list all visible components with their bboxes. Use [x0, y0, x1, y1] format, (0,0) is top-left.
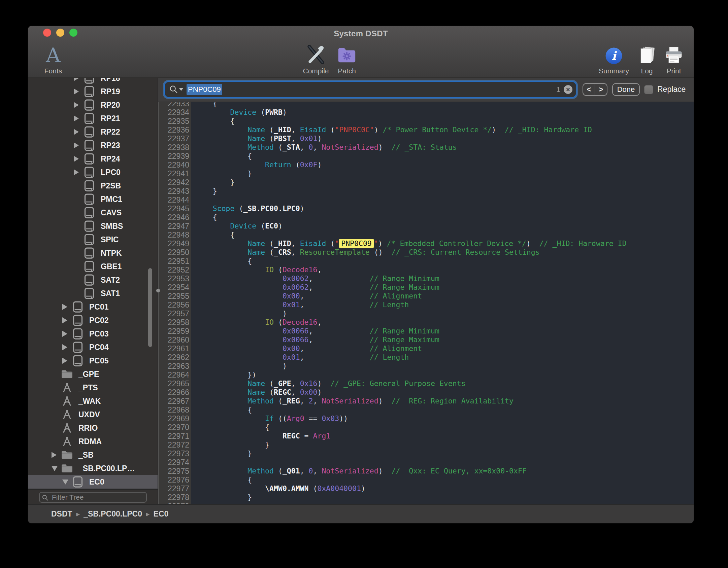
disclosure-triangle-icon[interactable] — [62, 344, 72, 350]
toolbar-patch-button[interactable]: Patch — [325, 42, 369, 75]
tree-item-PC03[interactable]: PC03 — [28, 327, 158, 341]
tree-item-GBE1[interactable]: GBE1 — [28, 260, 158, 273]
code-line: Name (_GPE, 0x16) // _GPE: General Purpo… — [195, 379, 694, 388]
tree-item-label: _WAK — [78, 397, 101, 406]
breadcrumb-item-DSDT[interactable]: DSDT — [51, 509, 72, 519]
search-icon[interactable] — [169, 85, 183, 94]
find-prev-next-segment: < > — [583, 83, 607, 96]
disclosure-triangle-icon[interactable] — [74, 169, 83, 175]
line-number: 22974 — [159, 458, 191, 467]
disclosure-triangle-icon[interactable] — [74, 88, 83, 95]
tree-item-_PTS[interactable]: _PTS — [28, 381, 158, 394]
folder-icon — [61, 450, 73, 460]
disclosure-triangle-icon[interactable] — [52, 466, 61, 471]
disclosure-triangle-icon[interactable] — [74, 129, 83, 135]
line-number: 22950 — [159, 248, 191, 257]
tree-item-label: PC05 — [89, 356, 109, 365]
line-number: 22937 — [159, 134, 191, 143]
device-icon — [83, 287, 95, 299]
tree-item-RRIO[interactable]: RRIO — [28, 421, 158, 435]
disclosure-triangle-icon[interactable] — [52, 452, 61, 458]
find-previous-button[interactable]: < — [583, 84, 595, 95]
disclosure-triangle-icon[interactable] — [74, 156, 83, 162]
disclosure-triangle-icon[interactable] — [74, 142, 83, 148]
line-number: 22975 — [159, 467, 191, 475]
code-line: { — [195, 213, 694, 222]
tree-item-label: CAVS — [101, 208, 122, 217]
tree-item-LPC0[interactable]: LPC0 — [28, 166, 158, 179]
tree-item-PC02[interactable]: PC02 — [28, 314, 158, 327]
device-tree: RP18RP19RP20RP21RP22RP23RP24LPC0P2SBPMC1… — [28, 78, 158, 489]
code-area[interactable]: { Device (PWRB) { Name (_HID, EisaId ("P… — [191, 102, 694, 504]
breadcrumb-item-EC0[interactable]: EC0 — [154, 509, 169, 519]
code-line: Name (PBST, 0x01) — [195, 134, 694, 143]
method-icon — [61, 436, 73, 447]
tree-item-UXDV[interactable]: UXDV — [28, 408, 158, 421]
disclosure-triangle-icon[interactable] — [62, 331, 72, 337]
disclosure-triangle-icon[interactable] — [74, 115, 83, 121]
tree-item-_SB.PC00.LP…[interactable]: _SB.PC00.LP… — [28, 462, 158, 475]
tree-item-SPIC[interactable]: SPIC — [28, 233, 158, 246]
tree-item-PC01[interactable]: PC01 — [28, 300, 158, 314]
titlebar-toolbar: System DSDT A Fonts Compile — [28, 26, 694, 77]
line-number: 22946 — [159, 213, 191, 222]
line-number: 22935 — [159, 117, 191, 126]
tree-item-P2SB[interactable]: P2SB — [28, 179, 158, 192]
line-number: 22941 — [159, 169, 191, 178]
done-button[interactable]: Done — [612, 83, 640, 96]
disclosure-triangle-icon[interactable] — [62, 480, 72, 485]
code-line: 0x00, // Alignment — [195, 292, 694, 300]
tree-item-RP19[interactable]: RP19 — [28, 85, 158, 98]
tree-item-PMC1[interactable]: PMC1 — [28, 192, 158, 206]
tree-item-RP24[interactable]: RP24 — [28, 152, 158, 166]
disclosure-triangle-icon[interactable] — [62, 317, 72, 323]
search-input[interactable]: PNP0C09 1 ✕ — [165, 82, 576, 97]
code-editor[interactable]: 2293322934229352293622937229382293922940… — [158, 102, 694, 504]
disclosure-triangle-icon[interactable] — [74, 78, 83, 81]
tree-item-PC05[interactable]: PC05 — [28, 354, 158, 367]
code-line: }) — [195, 370, 694, 379]
tree-item-_GPE[interactable]: _GPE — [28, 367, 158, 381]
toolbar-fonts-button[interactable]: A Fonts — [31, 42, 75, 75]
tree-item-label: RP18 — [101, 78, 120, 83]
line-number: 22952 — [159, 265, 191, 274]
tree-item-label: RP20 — [101, 101, 120, 110]
splitter-handle[interactable] — [156, 289, 160, 292]
replace-checkbox[interactable] — [644, 85, 653, 94]
clear-search-button[interactable]: ✕ — [564, 85, 572, 94]
tree-item-RP22[interactable]: RP22 — [28, 125, 158, 139]
tree-item-SAT2[interactable]: SAT2 — [28, 273, 158, 287]
line-number: 22956 — [159, 300, 191, 309]
find-next-button[interactable]: > — [595, 84, 607, 95]
tree-item-RP21[interactable]: RP21 — [28, 112, 158, 125]
tree-item-RP23[interactable]: RP23 — [28, 139, 158, 152]
tree-item-label: PMC1 — [101, 195, 122, 204]
toolbar-print-button[interactable]: Print — [652, 42, 694, 75]
line-number: 22965 — [159, 379, 191, 388]
disclosure-triangle-icon[interactable] — [62, 358, 72, 364]
tree-item-RP18[interactable]: RP18 — [28, 78, 158, 85]
tree-item-RP20[interactable]: RP20 — [28, 98, 158, 112]
tree-item-SAT1[interactable]: SAT1 — [28, 287, 158, 300]
code-line — [195, 502, 694, 504]
tree-item-PC04[interactable]: PC04 — [28, 341, 158, 354]
tree-item-SMBS[interactable]: SMBS — [28, 219, 158, 233]
disclosure-triangle-icon[interactable] — [74, 102, 83, 108]
tree-item-RDMA[interactable]: RDMA — [28, 435, 158, 448]
tree-item-_WAK[interactable]: _WAK — [28, 394, 158, 408]
code-line: Return (0x0F) — [195, 161, 694, 169]
disclosure-triangle-icon[interactable] — [62, 304, 72, 310]
tree-item-_SB[interactable]: _SB — [28, 448, 158, 462]
device-icon — [72, 355, 84, 367]
tree-item-EC0[interactable]: EC0 — [28, 475, 158, 489]
breadcrumb-item-_SB.PC00.LPC0[interactable]: _SB.PC00.LPC0 — [84, 509, 142, 519]
sidebar-scrollbar-thumb[interactable] — [148, 268, 152, 347]
device-icon — [83, 274, 95, 286]
filter-tree-input[interactable] — [39, 492, 147, 503]
code-line: 0x0066, // Range Minimum — [195, 327, 694, 335]
code-line: 0x0062, // Range Minimum — [195, 274, 694, 283]
tree-item-NTPK[interactable]: NTPK — [28, 246, 158, 260]
folder-icon — [61, 369, 73, 379]
device-icon — [83, 260, 95, 273]
tree-item-CAVS[interactable]: CAVS — [28, 206, 158, 219]
